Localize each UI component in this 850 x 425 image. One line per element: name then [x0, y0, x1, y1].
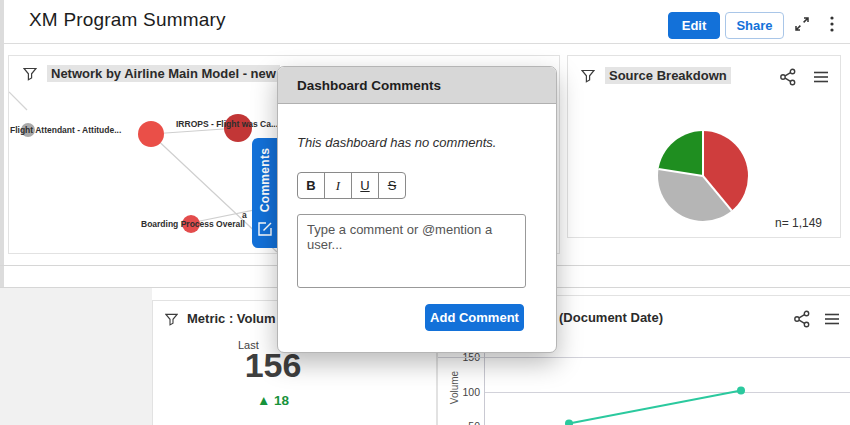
modal-title: Dashboard Comments — [297, 78, 441, 93]
italic-button[interactable]: I — [324, 172, 352, 199]
node-label-flight-attendant: Flight Attendant - Attitude... — [10, 125, 121, 135]
dashboard-comments-modal: Dashboard Comments This dashboard has no… — [277, 66, 557, 353]
page-title: XM Program Summary — [29, 9, 226, 31]
node-label-irrops: IRROPS - Flight was Ca... — [176, 119, 278, 129]
comments-tab[interactable]: Comments — [252, 138, 278, 248]
kebab-menu-icon[interactable] — [824, 13, 840, 35]
comments-tab-label: Comments — [258, 148, 272, 212]
sample-size-label: n= 1,149 — [775, 216, 822, 230]
modal-header[interactable]: Dashboard Comments — [278, 67, 556, 104]
metric-widget-title: Metric : Volum — [187, 311, 276, 326]
dashboard-page: XM Program Summary Edit Share Network by… — [0, 0, 850, 425]
empty-comments-message: This dashboard has no comments. — [297, 135, 496, 150]
node-label-boarding: Boarding Process Overall — [141, 219, 245, 229]
comment-input[interactable] — [297, 214, 526, 288]
format-toolbar: B I U S — [297, 172, 406, 199]
filter-icon[interactable] — [580, 68, 596, 84]
share-nodes-icon[interactable] — [778, 67, 798, 87]
strikethrough-button[interactable]: S — [378, 172, 406, 199]
share-button[interactable]: Share — [725, 12, 784, 39]
bold-button[interactable]: B — [297, 172, 325, 199]
edit-button[interactable]: Edit — [668, 12, 720, 39]
expand-icon[interactable] — [791, 13, 813, 35]
metric-delta: ▲ 18 — [213, 393, 333, 408]
source-breakdown-title: Source Breakdown — [605, 67, 731, 84]
pie-chart[interactable] — [658, 131, 748, 221]
compose-comment-icon — [258, 222, 272, 240]
source-breakdown-widget: Source Breakdown n= 1,149 — [567, 55, 841, 238]
hamburger-menu-icon[interactable] — [811, 67, 831, 87]
filter-icon[interactable] — [163, 311, 179, 327]
network-node-main[interactable] — [138, 121, 164, 147]
top-bar: XM Program Summary Edit Share — [4, 0, 850, 44]
add-comment-button[interactable]: Add Comment — [425, 304, 524, 331]
underline-button[interactable]: U — [351, 172, 379, 199]
section-sidebar: Overall Performance — [0, 288, 152, 425]
